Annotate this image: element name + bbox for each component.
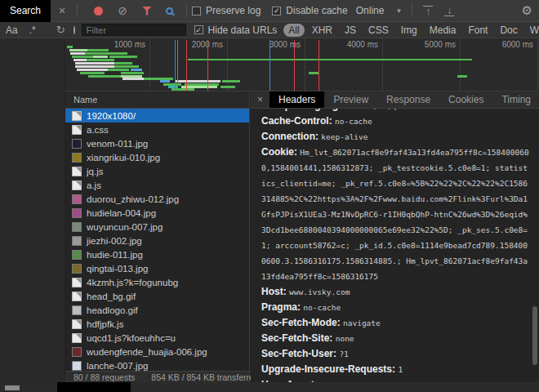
disable-cache-checkbox[interactable] [272, 7, 281, 16]
tab-response[interactable]: Response [377, 91, 439, 108]
request-name: jiezhi-002.jpg [87, 236, 142, 246]
tab-timing[interactable]: Timing [492, 91, 539, 108]
request-name: duorou_zhiwu-012.jpg [87, 194, 179, 204]
filter-type-css[interactable]: CSS [363, 24, 394, 37]
request-name: wudengfende_huajia-006.jpg [87, 347, 207, 357]
throttling-select[interactable]: Online ▼ [356, 5, 403, 16]
load-event-line [186, 40, 187, 91]
image-thumbnail-icon [72, 208, 82, 218]
waterfall-bar [75, 62, 114, 65]
request-row[interactable]: hudielan-004.jpg [65, 206, 249, 220]
image-thumbnail-icon [72, 305, 82, 315]
waterfall-bar [69, 49, 87, 51]
close-search-icon[interactable]: × [52, 4, 72, 17]
header-line: Sec-Fetch-Site: none [261, 331, 531, 346]
clear-icon[interactable]: ⊘ [118, 5, 127, 16]
waterfall-bar [114, 62, 132, 65]
file-icon [72, 167, 82, 176]
tab-cookies[interactable]: Cookies [439, 91, 492, 108]
request-row[interactable]: lanche-007.jpg [65, 359, 249, 371]
request-row[interactable]: duorou_zhiwu-012.jpg [65, 192, 249, 206]
filter-type-doc[interactable]: Doc [495, 24, 522, 37]
request-row[interactable]: xiangrikui-010.jpg [65, 150, 249, 164]
waterfall-bar [77, 69, 108, 71]
regex-toggle[interactable]: .* [29, 24, 36, 36]
scrollbar-thumb[interactable] [532, 306, 537, 365]
request-row[interactable]: jiezhi-002.jpg [65, 234, 249, 247]
header-name: Connection: [261, 131, 321, 142]
request-row[interactable]: 1920x1080/ [65, 109, 249, 122]
request-row[interactable]: headlogo.gif [65, 303, 249, 317]
waterfall-bar [80, 72, 105, 74]
request-row[interactable]: a.js [65, 178, 249, 192]
request-row[interactable]: head_bg.gif [65, 289, 249, 303]
search-drawer-tab[interactable]: Search [0, 0, 51, 22]
tab-preview[interactable]: Preview [324, 91, 377, 108]
waterfall-bar [72, 56, 93, 58]
request-name: xiangrikui-010.jpg [87, 153, 160, 163]
request-name: hudie-011.jpg [87, 250, 143, 260]
filter-type-media[interactable]: Media [425, 24, 461, 37]
waterfall-bar [74, 59, 87, 61]
throttling-value: Online [356, 5, 385, 16]
filter-type-xhr[interactable]: XHR [307, 24, 337, 37]
search-icon[interactable] [166, 7, 173, 15]
request-row[interactable]: a.css [65, 122, 249, 136]
waterfall-bar [85, 52, 127, 55]
header-value: none [336, 334, 354, 343]
filter-type-ws[interactable]: WS [525, 24, 539, 37]
request-row[interactable]: jq.js [65, 164, 249, 178]
filter-type-font[interactable]: Font [463, 24, 492, 37]
waterfall-bar [175, 80, 220, 82]
filter-type-js[interactable]: JS [340, 24, 361, 37]
grid-line [537, 38, 538, 91]
filter-type-all[interactable]: All [283, 24, 304, 37]
network-filter-input[interactable] [82, 24, 186, 36]
waterfall-bar [188, 59, 472, 60]
requests-panel: Name 1920x1080/a.cssvenom-011.jpgxiangri… [65, 91, 250, 382]
file-icon [72, 125, 82, 135]
filter-toggle-icon[interactable] [142, 7, 152, 16]
preserve-log-checkbox[interactable] [192, 7, 201, 16]
request-row[interactable]: hudie-011.jpg [65, 247, 249, 261]
header-line: Connection: keep-alive [261, 129, 531, 145]
request-row[interactable]: wuyuncun-007.jpg [65, 220, 249, 234]
header-value: zh-CN,zh;q=0.9 [350, 109, 415, 110]
file-icon [72, 111, 82, 121]
request-row[interactable]: venom-011.jpg [65, 136, 249, 150]
filter-type-img[interactable]: Img [396, 24, 422, 37]
headers-content: Accept-Language: zh-CN,zh;q=0.9Cache-Con… [251, 109, 531, 382]
export-har-icon[interactable]: ↓ [444, 6, 454, 16]
waterfall-bar [114, 65, 139, 68]
header-line: Sec-Fetch-Mode: navigate [261, 315, 531, 331]
tab-headers[interactable]: Headers [270, 91, 324, 108]
request-row[interactable]: 4kzmh.js?k=fogunubg [65, 275, 249, 289]
hide-data-urls-checkbox[interactable] [194, 25, 203, 34]
request-row[interactable]: wudengfende_huajia-006.jpg [65, 345, 249, 359]
request-row[interactable]: qingtai-013.jpg [65, 261, 249, 275]
import-har-icon[interactable]: ↑ [423, 6, 433, 16]
refresh-search-icon[interactable]: ↻ [56, 24, 65, 36]
request-row[interactable]: uqcd1.js?kfoeuhhc=u [65, 331, 249, 345]
load-event-line [318, 40, 319, 91]
close-details-icon[interactable]: × [251, 91, 270, 108]
settings-gear-icon[interactable]: ⚙ [522, 3, 532, 18]
header-value: navigate [343, 318, 381, 327]
overview-canvas[interactable]: 1000 ms2000 ms3000 ms4000 ms5000 ms6000 … [65, 38, 539, 91]
header-value: keep-alive [321, 132, 368, 141]
clear-search-icon[interactable] [74, 26, 75, 34]
header-line: Pragma: no-cache [261, 300, 531, 315]
header-name: Pragma: [261, 301, 303, 313]
name-column-header[interactable]: Name [65, 91, 249, 109]
requests-rows: 1920x1080/a.cssvenom-011.jpgxiangrikui-0… [65, 109, 249, 371]
header-name: Host: [261, 286, 289, 297]
request-row[interactable]: hdfjpfk.js [65, 317, 249, 331]
match-case-toggle[interactable]: Aa [6, 24, 18, 36]
transferred-size: 854 KB / 854 KB transferred [143, 372, 266, 382]
request-name: 4kzmh.js?k=fogunubg [87, 278, 178, 287]
header-line: Cookie: Hm_lvt_862071acf8e9faf43a13fd4ea… [261, 145, 531, 284]
record-icon[interactable] [94, 7, 103, 16]
request-name: a.css [87, 125, 109, 135]
request-name: head_bg.gif [87, 292, 136, 301]
preserve-log-label: Preserve log [206, 5, 261, 16]
